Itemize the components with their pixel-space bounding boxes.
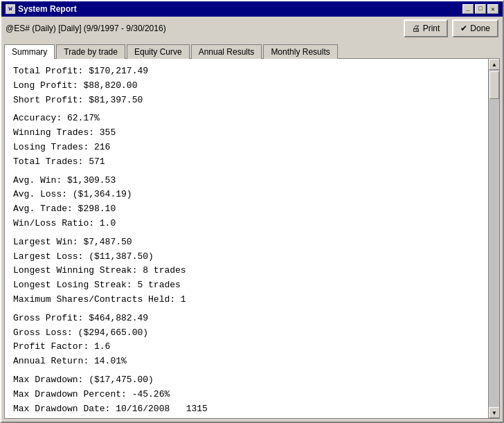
summary-line: Total Trades: 571 (13, 155, 480, 170)
main-window: w System Report _ □ ✕ @ES# (Daily) [Dail… (0, 0, 504, 423)
summary-line: Avg. Loss: ($1,364.19) (13, 188, 480, 202)
report-info: @ES# (Daily) [Daily] (9/9/1997 - 9/30/20… (6, 24, 166, 33)
scroll-down-button[interactable]: ▼ (489, 407, 500, 418)
tab-annual-results[interactable]: Annual Results (191, 44, 262, 59)
summary-line: Maximum Shares/Contracts Held: 1 (13, 293, 480, 307)
summary-line: Longest Losing Streak: 5 trades (13, 278, 480, 293)
summary-line: Losing Trades: 216 (13, 141, 480, 155)
close-button[interactable]: ✕ (487, 4, 498, 14)
title-controls: _ □ ✕ (462, 4, 498, 14)
summary-line: Max Drawdown: ($17,475.00) (13, 373, 480, 388)
toolbar: @ES# (Daily) [Daily] (9/9/1997 - 9/30/20… (1, 17, 503, 40)
window-title: System Report (18, 4, 77, 14)
tab-summary[interactable]: Summary (4, 44, 55, 59)
summary-line: Max Drawdown Percent Date: 4/6/1998 1315 (13, 416, 480, 418)
summary-content[interactable]: Total Profit: $170,217.49Long Profit: $8… (5, 59, 488, 418)
summary-line: Gross Loss: ($294,665.00) (13, 326, 480, 341)
title-bar-left: w System Report (6, 4, 77, 14)
summary-line: Short Profit: $81,397.50 (13, 93, 480, 108)
done-button[interactable]: ✔ Done (452, 19, 498, 37)
summary-line: Largest Loss: ($11,387.50) (13, 250, 480, 264)
summary-line: Max Drawdown Date: 10/16/2008 1315 (13, 402, 480, 417)
tab-monthly-results[interactable]: Monthly Results (263, 44, 337, 59)
summary-line: Accuracy: 62.17% (13, 111, 480, 126)
window-icon: w (6, 4, 15, 14)
tab-trade-by-trade[interactable]: Trade by trade (56, 44, 125, 59)
summary-line: Max Drawdown Percent: -45.26% (13, 388, 480, 402)
scrollbar: ▲ ▼ (488, 59, 499, 418)
print-button[interactable]: 🖨 Print (404, 19, 449, 37)
summary-line: Winning Trades: 355 (13, 126, 480, 141)
summary-line: Profit Factor: 1.6 (13, 340, 480, 354)
summary-line: Avg. Trade: $298.10 (13, 202, 480, 217)
scroll-thumb[interactable] (489, 71, 499, 99)
scroll-up-button[interactable]: ▲ (489, 59, 500, 70)
scroll-track (489, 70, 499, 407)
checkmark-icon: ✔ (460, 24, 467, 33)
summary-line: Gross Profit: $464,882.49 (13, 312, 480, 326)
title-bar: w System Report _ □ ✕ (1, 1, 503, 17)
print-label: Print (423, 24, 440, 33)
summary-line: Total Profit: $170,217.49 (13, 64, 480, 79)
content-area: Total Profit: $170,217.49Long Profit: $8… (4, 58, 500, 419)
printer-icon: 🖨 (412, 24, 420, 33)
done-label: Done (470, 24, 490, 33)
summary-line: Largest Win: $7,487.50 (13, 235, 480, 250)
summary-line: Win/Loss Ratio: 1.0 (13, 217, 480, 231)
minimize-button[interactable]: _ (462, 4, 474, 14)
maximize-button[interactable]: □ (475, 4, 486, 14)
summary-line: Long Profit: $88,820.00 (13, 79, 480, 93)
tab-equity-curve[interactable]: Equity Curve (127, 44, 190, 59)
summary-line: Longest Winning Streak: 8 trades (13, 264, 480, 278)
toolbar-buttons: 🖨 Print ✔ Done (404, 19, 498, 37)
summary-line: Annual Return: 14.01% (13, 354, 480, 369)
tabs-bar: Summary Trade by trade Equity Curve Annu… (1, 40, 503, 58)
summary-line: Avg. Win: $1,309.53 (13, 174, 480, 188)
